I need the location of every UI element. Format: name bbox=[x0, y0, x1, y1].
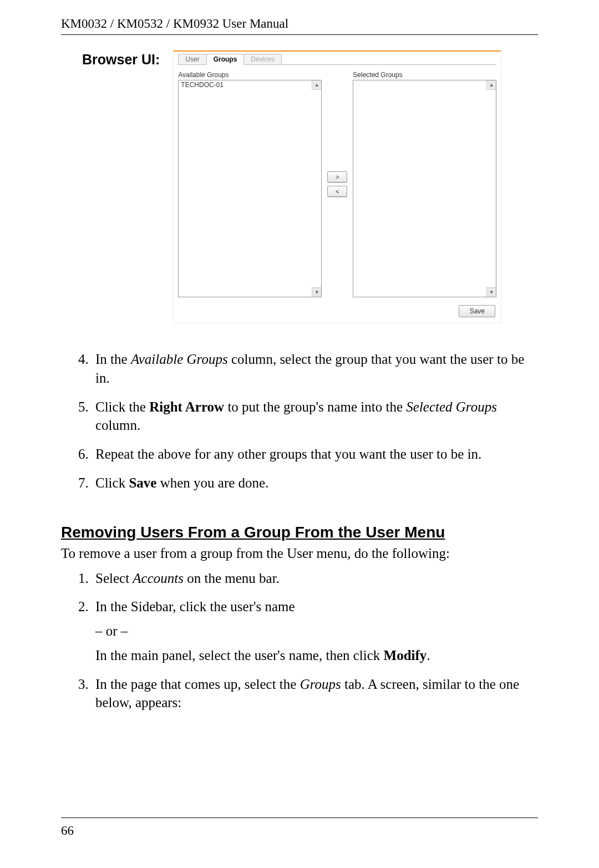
available-groups-listbox[interactable]: TECHDOC-01 ▲ ▼ bbox=[178, 80, 322, 297]
move-right-button[interactable]: > bbox=[327, 171, 347, 182]
scroll-down-icon[interactable]: ▼ bbox=[312, 287, 321, 297]
browser-ui-label: Browser UI: bbox=[82, 52, 160, 68]
header-title: KM0032 / KM0532 / KM0932 User Manual bbox=[61, 17, 288, 31]
groups-panel-screenshot: User Groups Devices Available Groups TEC… bbox=[173, 50, 501, 323]
step-1: Select Accounts on the menu bar. bbox=[92, 569, 538, 588]
selected-groups-listbox[interactable]: ▲ ▼ bbox=[353, 80, 496, 297]
step-5: Click the Right Arrow to put the group's… bbox=[92, 398, 538, 435]
page-header: KM0032 / KM0532 / KM0932 User Manual bbox=[61, 17, 538, 35]
section-heading-removing-users: Removing Users From a Group From the Use… bbox=[61, 524, 538, 541]
scroll-down-icon[interactable]: ▼ bbox=[486, 287, 496, 297]
available-groups-label: Available Groups bbox=[178, 71, 322, 79]
step-3: In the page that comes up, select the Gr… bbox=[92, 675, 538, 713]
scroll-up-icon[interactable]: ▲ bbox=[312, 80, 321, 90]
tab-devices[interactable]: Devices bbox=[243, 54, 282, 65]
selected-groups-label: Selected Groups bbox=[353, 71, 496, 79]
page-footer: 66 bbox=[61, 818, 538, 838]
list-item[interactable]: TECHDOC-01 bbox=[179, 80, 321, 89]
step-7: Click Save when you are done. bbox=[92, 474, 538, 493]
tab-groups[interactable]: Groups bbox=[206, 54, 245, 65]
scroll-up-icon[interactable]: ▲ bbox=[486, 80, 496, 90]
step-6: Repeat the above for any other groups th… bbox=[92, 445, 538, 464]
section-intro: To remove a user from a group from the U… bbox=[61, 546, 538, 561]
step-4: In the Available Groups column, select t… bbox=[92, 350, 538, 388]
move-left-button[interactable]: < bbox=[327, 186, 347, 197]
tab-user[interactable]: User bbox=[178, 54, 206, 65]
save-button[interactable]: Save bbox=[459, 305, 495, 317]
step-2: In the Sidebar, click the user's name – … bbox=[92, 597, 538, 664]
page-number: 66 bbox=[61, 824, 74, 837]
